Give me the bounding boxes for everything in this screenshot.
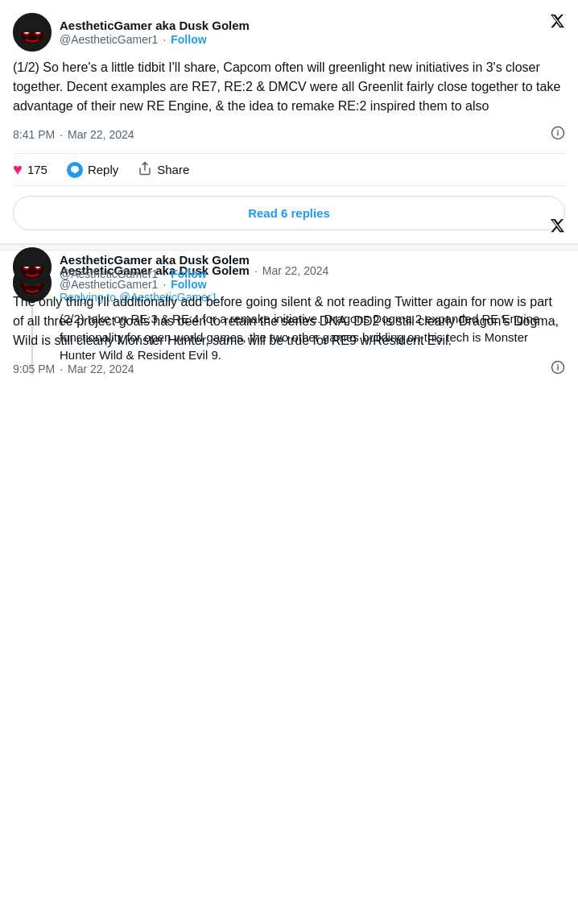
- tweet3-user-info: AestheticGamer aka Dusk Golem @Aesthetic…: [60, 253, 250, 280]
- tweet3-handle-row: @AestheticGamer1 · Follow: [60, 267, 250, 280]
- tweet-card-2: AestheticGamer aka Dusk Golem · Mar 22, …: [0, 251, 578, 391]
- tweet3-dot: ·: [163, 267, 166, 280]
- share-icon: [138, 161, 152, 179]
- tweet1-dot: ·: [163, 33, 166, 46]
- tweet2-date: Mar 22, 2024: [262, 264, 329, 277]
- tweet-card-1: AestheticGamer aka Dusk Golem @Aesthetic…: [0, 0, 578, 244]
- tweet2-x-row: [13, 218, 565, 238]
- tweet3-info-icon[interactable]: [551, 360, 565, 378]
- avatar-1[interactable]: [13, 13, 52, 52]
- tweet1-meta-dot: ·: [60, 128, 63, 141]
- tweet1-display-name: AestheticGamer aka Dusk Golem: [60, 19, 250, 32]
- avatar-3[interactable]: [13, 247, 52, 286]
- tweet1-text: (1/2) So here's a little tidbit I'll sha…: [13, 58, 565, 116]
- tweet1-user-info: AestheticGamer aka Dusk Golem @Aesthetic…: [60, 19, 250, 46]
- tweet1-handle-row: @AestheticGamer1 · Follow: [60, 33, 250, 46]
- tweet1-header: AestheticGamer aka Dusk Golem @Aesthetic…: [13, 13, 565, 52]
- tweet3-display-name: AestheticGamer aka Dusk Golem: [60, 253, 250, 267]
- tweet1-date: Mar 22, 2024: [68, 128, 134, 141]
- tweet3-meta-dot: ·: [60, 363, 63, 375]
- tweet1-header-left: AestheticGamer aka Dusk Golem @Aesthetic…: [13, 13, 250, 52]
- tweet1-reply-label: Reply: [88, 163, 118, 176]
- tweet1-share-label: Share: [157, 163, 189, 176]
- tweet3-handle: @AestheticGamer1: [60, 267, 158, 280]
- tweet1-reply-action[interactable]: Reply: [67, 162, 118, 178]
- tweet1-handle: @AestheticGamer1: [60, 33, 158, 46]
- tweet1-follow-button[interactable]: Follow: [171, 33, 206, 46]
- tweet1-meta: 8:41 PM · Mar 22, 2024: [13, 126, 565, 143]
- tweet1-info-icon[interactable]: [551, 126, 565, 143]
- tweet1-share-action[interactable]: Share: [138, 161, 189, 179]
- tweet1-like-action[interactable]: ♥ 175: [13, 160, 47, 179]
- tweet3-time: 9:05 PM: [13, 363, 55, 375]
- tweet3-follow-button[interactable]: Follow: [171, 267, 206, 280]
- tweet3-date: Mar 22, 2024: [68, 363, 134, 375]
- tweet1-like-count: 175: [27, 163, 47, 176]
- tweet2-dot: ·: [254, 264, 258, 277]
- tweet1-actions: ♥ 175 Reply Share: [13, 153, 565, 186]
- tweet1-time: 8:41 PM: [13, 128, 55, 141]
- heart-icon: ♥: [13, 160, 23, 179]
- tweet3-header-left: AestheticGamer aka Dusk Golem @Aesthetic…: [13, 247, 250, 286]
- tweet2-x-icon[interactable]: [549, 218, 565, 238]
- tweet1-x-icon[interactable]: [549, 13, 565, 33]
- reply-bubble-icon: [67, 162, 83, 178]
